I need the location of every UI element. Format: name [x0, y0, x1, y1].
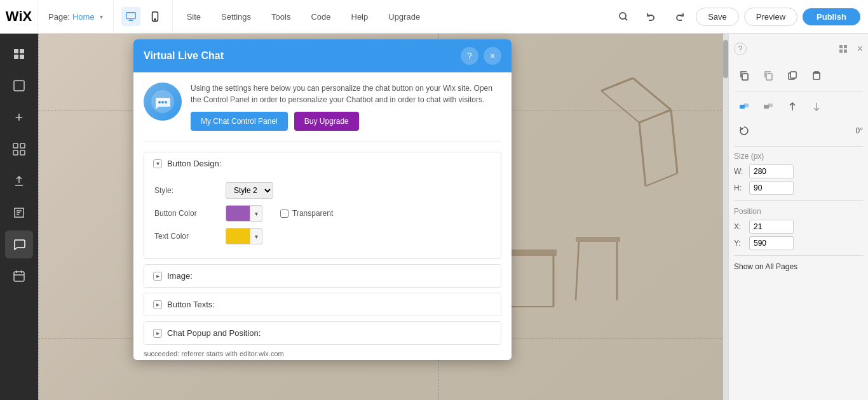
divider-2 [734, 146, 863, 147]
right-panel-divider [734, 91, 863, 91]
style-select[interactable]: Style 2 [226, 182, 273, 199]
sidebar-item-blog[interactable] [5, 199, 33, 227]
desktop-view-btn[interactable] [121, 7, 140, 26]
button-color-swatch[interactable] [226, 205, 250, 222]
button-texts-section: ▸ Button Texts: [144, 293, 501, 316]
copy-btn[interactable] [734, 65, 754, 86]
width-input[interactable] [749, 164, 794, 178]
logo-text: WiX [6, 8, 32, 25]
button-design-header[interactable]: ▾ Button Design: [144, 152, 501, 175]
info-text: Using the settings here below you can pe… [191, 83, 501, 105]
chat-popup-arrow: ▸ [153, 329, 162, 338]
style-row: Style: Style 2 [154, 182, 491, 199]
sidebar-item-calendar[interactable] [5, 262, 33, 290]
image-label: Image: [167, 271, 193, 281]
chat-logo-icon [144, 83, 182, 121]
right-panel-header: ? × [734, 39, 863, 59]
info-content: Using the settings here below you can pe… [191, 83, 501, 131]
svg-line-19 [601, 78, 633, 91]
wix-logo: WiX [0, 0, 38, 34]
dialog-body: Using the settings here below you can pe… [133, 72, 512, 360]
chat-popup-header[interactable]: ▸ Chat Popup and Position: [144, 322, 501, 344]
dialog-close-btn[interactable]: × [484, 47, 501, 65]
sidebar-item-chat[interactable] [5, 230, 33, 258]
image-section: ▸ Image: [144, 264, 501, 288]
text-color-dropdown[interactable]: ▾ [250, 228, 262, 244]
x-row: X: [734, 220, 863, 234]
svg-point-51 [165, 101, 167, 103]
publish-button[interactable]: Publish [803, 8, 860, 25]
button-color-dropdown[interactable]: ▾ [250, 205, 262, 222]
width-row: W: [734, 164, 863, 178]
right-panel-help-btn[interactable]: ? [734, 43, 747, 55]
svg-line-4 [625, 18, 627, 20]
sidebar-item-add[interactable]: + [5, 103, 33, 131]
dialog-title: Virtual Live Chat [144, 50, 224, 62]
rotation-row: 0° [734, 121, 863, 141]
align-bottom-btn[interactable] [806, 97, 827, 117]
svg-line-23 [639, 123, 646, 186]
left-sidebar: + [0, 34, 38, 400]
rotation-icon[interactable] [734, 121, 754, 141]
undo-btn[interactable] [640, 5, 663, 28]
save-button[interactable]: Save [696, 8, 739, 26]
divider-4 [734, 255, 863, 256]
align-front-btn[interactable] [734, 97, 754, 117]
x-input[interactable] [749, 220, 794, 234]
my-chat-control-panel-button[interactable]: My Chat Control Panel [191, 112, 288, 131]
svg-rect-8 [20, 55, 24, 59]
text-color-picker: ▾ [226, 228, 262, 244]
chevron-down-icon: ▾ [100, 13, 103, 20]
dialog-help-btn[interactable]: ? [461, 47, 478, 65]
nav-upgrade[interactable]: Upgrade [379, 8, 429, 25]
nav-settings[interactable]: Settings [212, 8, 260, 25]
delete-btn[interactable] [806, 65, 827, 86]
button-color-row: Button Color ▾ Transparent [154, 205, 491, 222]
right-panel-actions [734, 65, 863, 86]
right-panel-grid-btn[interactable] [833, 39, 853, 59]
svg-point-2 [154, 19, 155, 20]
sidebar-item-upload[interactable] [5, 167, 33, 195]
nav-tools[interactable]: Tools [262, 8, 299, 25]
svg-rect-45 [768, 103, 773, 107]
nav-items: Site Settings Tools Code Help Upgrade [173, 8, 604, 25]
height-input[interactable] [749, 181, 794, 195]
nav-code[interactable]: Code [302, 8, 339, 25]
align-back-btn[interactable] [758, 97, 778, 117]
page-selector[interactable]: Page: Home ▾ [38, 0, 114, 33]
scroll-thumb[interactable] [723, 40, 728, 78]
button-texts-header[interactable]: ▸ Button Texts: [144, 293, 501, 316]
nav-site[interactable]: Site [178, 8, 210, 25]
button-color-label: Button Color [154, 209, 218, 218]
scroll-bar[interactable] [723, 34, 728, 400]
svg-point-49 [158, 101, 161, 103]
paste-btn[interactable] [758, 65, 778, 86]
svg-rect-40 [790, 72, 796, 78]
svg-rect-15 [14, 272, 24, 281]
redo-btn[interactable] [668, 5, 691, 28]
right-panel-close-btn[interactable]: × [857, 43, 863, 55]
y-label: Y: [734, 239, 744, 248]
preview-button[interactable]: Preview [744, 8, 797, 26]
mobile-view-btn[interactable] [146, 7, 165, 26]
search-btn[interactable] [612, 5, 635, 28]
selection-line-v1 [38, 34, 39, 400]
svg-rect-33 [839, 45, 843, 48]
svg-rect-26 [506, 250, 557, 256]
buy-upgrade-button[interactable]: Buy Upgrade [294, 112, 359, 131]
sidebar-item-elements[interactable] [5, 72, 33, 100]
svg-rect-37 [742, 74, 748, 80]
image-header[interactable]: ▸ Image: [144, 265, 501, 287]
nav-help[interactable]: Help [342, 8, 377, 25]
svg-rect-34 [844, 45, 847, 48]
align-top-btn[interactable] [782, 97, 803, 117]
transparent-checkbox[interactable] [280, 210, 288, 218]
dialog-header-right: ? × [461, 47, 501, 65]
duplicate-btn[interactable] [782, 65, 803, 86]
sidebar-item-pages[interactable] [5, 40, 33, 68]
y-input[interactable] [749, 236, 794, 250]
svg-rect-5 [14, 49, 18, 53]
svg-rect-11 [20, 143, 25, 148]
sidebar-item-apps[interactable] [5, 135, 33, 163]
text-color-swatch[interactable] [226, 228, 250, 244]
